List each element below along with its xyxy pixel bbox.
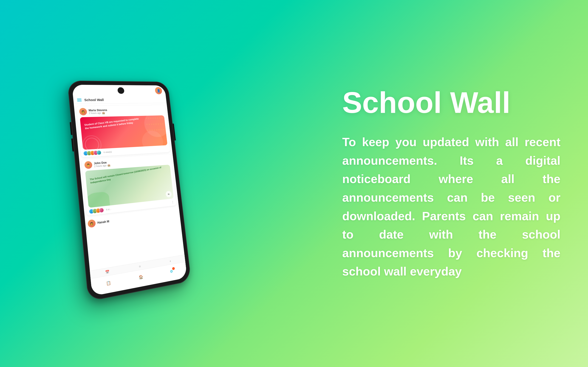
status-bar: 👤: [72, 85, 166, 96]
feature-title: School Wall: [342, 86, 561, 119]
announcement-text-1: Student of Class VB are requested to com…: [84, 117, 140, 130]
views-count-2: 5 vi...: [106, 208, 111, 211]
feature-description: To keep you updated with all recent anno…: [342, 133, 561, 281]
school-icon-2: 🏫: [107, 164, 110, 167]
post-avatar-2: 👨: [84, 161, 92, 169]
nav-home-icon[interactable]: 🏠: [138, 273, 145, 281]
filter-icon[interactable]: ≈: [165, 191, 172, 198]
power-button: [173, 124, 176, 141]
right-content: School Wall To keep you updated with all…: [319, 86, 561, 281]
post-avatar-1: 👩: [79, 108, 87, 116]
dots-pattern: [146, 117, 164, 135]
post-card-1: 👩 Maria Stevens 2 hours ago 🏫: [77, 105, 170, 157]
post-author-3: Hanah M: [97, 211, 178, 225]
user-avatar-top: 👤: [155, 87, 162, 94]
menu-line: [77, 101, 82, 101]
viewer-avatars-1: [83, 150, 100, 156]
app-header: School Wall: [73, 96, 166, 104]
post-meta-1: Maria Stevens 2 hours ago 🏫: [88, 108, 164, 115]
viewer-avatars-2: [89, 208, 103, 214]
post-avatar-3: 👩: [87, 219, 96, 228]
announcement-card-1: Student of Class VB are requested to com…: [80, 115, 168, 150]
phone-screen: 👤 School Wall 👩 Maria Stevens: [72, 85, 187, 296]
nav-settings-icon[interactable]: ⚙: [168, 268, 175, 275]
hamburger-icon[interactable]: [77, 99, 82, 101]
notification-badge: [172, 267, 175, 270]
nav-home-circle[interactable]: ○: [137, 263, 142, 269]
nav-calendar-icon[interactable]: 📋: [105, 279, 112, 287]
volume-up-button: [69, 122, 72, 135]
app-title: School Wall: [84, 98, 104, 102]
post-meta-3: Hanah M: [97, 211, 178, 225]
phone-device: 👤 School Wall 👩 Maria Stevens: [67, 81, 191, 302]
nav-calendar[interactable]: 📅: [105, 269, 110, 275]
school-icon: 🏫: [102, 112, 105, 114]
menu-line: [77, 100, 82, 100]
phone-mockup: 👤 School Wall 👩 Maria Stevens: [11, 80, 233, 313]
views-count-1: 6 view(s): [103, 151, 112, 153]
more-options-icon[interactable]: ⋮: [171, 200, 174, 204]
camera-notch: [117, 87, 125, 94]
volume-down-button: [71, 139, 74, 152]
menu-line: [77, 99, 82, 99]
post-card-2: 👨 John Doe 2 hours ago 🏫 The School will…: [82, 154, 177, 216]
nav-back[interactable]: ‹: [168, 258, 173, 264]
